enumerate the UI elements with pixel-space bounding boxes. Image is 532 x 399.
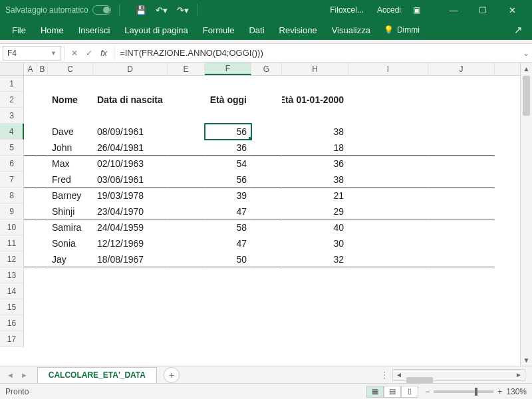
cell[interactable] — [282, 315, 348, 331]
cell[interactable] — [348, 172, 428, 188]
cell[interactable] — [37, 92, 48, 108]
row-header[interactable]: 10 — [0, 219, 24, 235]
cell[interactable] — [37, 283, 48, 299]
cell[interactable] — [348, 188, 428, 203]
cell[interactable]: Età 01-01-2000 — [282, 92, 348, 108]
cell[interactable] — [251, 188, 282, 203]
cell[interactable] — [24, 140, 37, 156]
cell[interactable]: Nome — [48, 92, 93, 108]
cell[interactable] — [37, 331, 48, 347]
column-header[interactable]: D — [93, 63, 168, 75]
column-header[interactable]: E — [168, 63, 205, 75]
scroll-down-icon[interactable]: ▼ — [521, 354, 532, 366]
cell[interactable] — [251, 331, 282, 347]
cell[interactable] — [93, 76, 168, 92]
horizontal-scrollbar[interactable]: ◄ ► — [392, 369, 525, 381]
cell[interactable] — [251, 124, 282, 140]
tab-inserisci[interactable]: Inserisci — [72, 21, 117, 39]
cell[interactable] — [282, 283, 348, 299]
cell[interactable]: Fred — [48, 172, 93, 188]
cell[interactable] — [37, 188, 48, 203]
column-header[interactable]: J — [428, 63, 495, 75]
row-header[interactable]: 11 — [0, 235, 24, 251]
zoom-out-icon[interactable]: − — [425, 387, 430, 396]
cancel-formula-icon[interactable]: ✕ — [71, 49, 78, 58]
cell[interactable] — [37, 172, 48, 188]
cell[interactable] — [48, 331, 93, 347]
cell[interactable] — [205, 299, 251, 315]
cell[interactable] — [348, 92, 428, 108]
cell[interactable] — [348, 283, 428, 299]
cell[interactable] — [37, 76, 48, 92]
cell[interactable] — [24, 315, 37, 331]
close-button[interactable]: ✕ — [497, 0, 527, 20]
row-header[interactable]: 8 — [0, 188, 24, 203]
cell[interactable]: 50 — [205, 251, 251, 267]
row-header[interactable]: 17 — [0, 331, 24, 347]
cell[interactable] — [428, 92, 495, 108]
cell[interactable] — [428, 299, 495, 315]
cell[interactable] — [428, 172, 495, 188]
cell[interactable] — [48, 267, 93, 283]
row-header[interactable]: 4 — [0, 124, 24, 140]
ribbon-display-icon[interactable]: ▣ — [413, 5, 420, 15]
cell[interactable]: 39 — [205, 188, 251, 203]
tab-dati[interactable]: Dati — [242, 21, 271, 39]
formula-input[interactable] — [114, 46, 520, 61]
page-break-button[interactable]: ▯ — [401, 386, 418, 398]
cell[interactable]: 36 — [205, 140, 251, 156]
cell[interactable] — [428, 219, 495, 235]
cell[interactable] — [24, 124, 37, 140]
cell[interactable] — [168, 331, 205, 347]
cell[interactable] — [24, 283, 37, 299]
name-box[interactable]: F4▼ — [3, 46, 61, 61]
cell[interactable] — [93, 315, 168, 331]
cell[interactable] — [168, 188, 205, 203]
cell[interactable]: Samira — [48, 219, 93, 235]
maximize-button[interactable]: ☐ — [468, 0, 497, 20]
undo-icon[interactable]: ↶▾ — [156, 5, 168, 15]
cell[interactable]: 47 — [205, 203, 251, 219]
cell[interactable] — [37, 156, 48, 172]
cell[interactable] — [168, 315, 205, 331]
cell[interactable] — [428, 235, 495, 251]
cell[interactable]: 38 — [282, 172, 348, 188]
page-layout-button[interactable]: ▤ — [384, 386, 401, 398]
row-header[interactable]: 1 — [0, 76, 24, 92]
cell[interactable] — [282, 108, 348, 124]
cell[interactable]: 12/12/1969 — [93, 235, 168, 251]
cell[interactable] — [251, 108, 282, 124]
save-icon[interactable]: 💾 — [136, 5, 146, 15]
normal-view-button[interactable]: ▦ — [366, 386, 384, 398]
cell[interactable] — [282, 331, 348, 347]
tab-visualizza[interactable]: Visualizza — [325, 21, 377, 39]
sheet-tab[interactable]: CALCOLARE_ETA'_DATA — [37, 367, 157, 383]
cell[interactable]: 08/09/1961 — [93, 124, 168, 140]
cell[interactable]: Data di nascita — [93, 92, 168, 108]
cell[interactable] — [24, 76, 37, 92]
cell[interactable]: 26/04/1981 — [93, 140, 168, 156]
cell[interactable] — [205, 108, 251, 124]
cell[interactable] — [168, 203, 205, 219]
scroll-right-icon[interactable]: ► — [513, 370, 525, 380]
row-header[interactable]: 2 — [0, 92, 24, 108]
cell[interactable] — [168, 235, 205, 251]
cell[interactable]: 03/06/1961 — [93, 172, 168, 188]
cell[interactable] — [37, 315, 48, 331]
cell[interactable] — [251, 299, 282, 315]
row-header[interactable]: 15 — [0, 299, 24, 315]
cell[interactable] — [428, 108, 495, 124]
column-header[interactable]: A — [24, 63, 37, 75]
cell[interactable]: 36 — [282, 156, 348, 172]
cell[interactable] — [428, 156, 495, 172]
tab-formule[interactable]: Formule — [196, 21, 241, 39]
cell[interactable] — [48, 315, 93, 331]
tab-layout[interactable]: Layout di pagina — [118, 21, 194, 39]
cell[interactable] — [37, 235, 48, 251]
cell[interactable] — [205, 76, 251, 92]
cell[interactable] — [428, 124, 495, 140]
zoom-slider[interactable] — [434, 390, 493, 393]
cell[interactable] — [348, 251, 428, 267]
cell[interactable] — [251, 219, 282, 235]
cell[interactable] — [205, 267, 251, 283]
